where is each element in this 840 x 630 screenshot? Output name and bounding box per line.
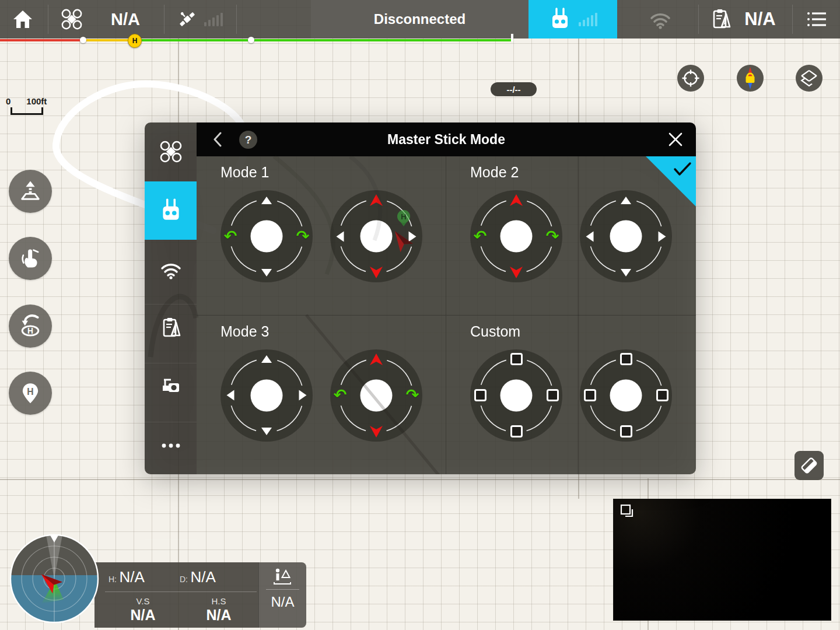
- sidebar-tab-remote-controller[interactable]: [145, 181, 197, 240]
- return-home-button[interactable]: H: [9, 304, 52, 348]
- throttle-arrow: [510, 267, 523, 278]
- gesture-icon: [18, 246, 43, 271]
- pitch-arrow: [261, 197, 272, 204]
- eraser-button[interactable]: [794, 451, 824, 480]
- wifi-icon: [648, 9, 673, 30]
- rc-icon: [548, 6, 572, 32]
- image-transmission-button[interactable]: [644, 0, 677, 38]
- custom-slot: [584, 389, 596, 401]
- eraser-icon: [799, 456, 819, 475]
- switch-view-icon[interactable]: [620, 504, 635, 519]
- yaw-right-arrow: ↷: [546, 229, 559, 244]
- home-icon: [12, 9, 33, 29]
- right-stick: [580, 190, 672, 282]
- sidebar-tab-gimbal[interactable]: [145, 358, 197, 416]
- flight-timer: --/--: [491, 82, 537, 96]
- throttle-arrow: [370, 194, 383, 206]
- strip-end-tick: [511, 34, 513, 41]
- custom-slot: [474, 389, 487, 401]
- custom-slot: [510, 425, 523, 438]
- stick-knob: [360, 220, 393, 253]
- throttle-arrow: [510, 194, 523, 206]
- aircraft-status-button[interactable]: [57, 0, 86, 38]
- home-button[interactable]: [6, 0, 40, 38]
- layers-button[interactable]: [796, 65, 822, 92]
- compass-lock-button[interactable]: [737, 65, 764, 92]
- battery-info-button[interactable]: [707, 0, 735, 38]
- left-stick: ↷↶: [470, 190, 562, 282]
- takeoff-button[interactable]: [9, 170, 52, 213]
- sidebar-tab-aircraft[interactable]: [145, 123, 197, 181]
- mode-option-mode-1[interactable]: Mode 1↷↶: [197, 156, 446, 316]
- mode-option-custom[interactable]: Custom: [446, 316, 696, 475]
- yaw-left-arrow: ↶: [224, 229, 237, 244]
- master-stick-mode-dialog: ? Master Stick Mode Mode 1↷↶Mode 2 ↷↶Mod…: [145, 123, 696, 474]
- throttle-arrow: [370, 426, 383, 438]
- map-road-horizontal: [0, 479, 840, 480]
- check-icon: [673, 162, 692, 177]
- stick-knob: [501, 379, 533, 411]
- flight-status-strip: H --/--: [0, 39, 840, 41]
- pitch-arrow: [261, 428, 272, 435]
- scale-end: 100ft: [26, 96, 47, 106]
- map-scale: 0100ft: [6, 96, 47, 115]
- gps-button[interactable]: [173, 0, 202, 38]
- sidebar-tab-battery[interactable]: [145, 299, 197, 357]
- close-button[interactable]: [668, 132, 683, 147]
- sidebar-tab-image-transmission[interactable]: [145, 240, 197, 299]
- left-stick: [220, 349, 313, 442]
- sidebar-tab-more[interactable]: [145, 416, 197, 475]
- yaw-right-arrow: ↷: [296, 229, 310, 244]
- battery-clipboard-icon: [159, 316, 183, 340]
- vertical-speed: V.SN/A: [111, 596, 175, 624]
- stick-knob: [610, 220, 642, 253]
- pitch-arrow: [227, 390, 235, 401]
- return-home-icon: H: [17, 313, 44, 340]
- stick-knob: [251, 379, 283, 411]
- rc-distance-value: N/A: [259, 594, 306, 610]
- yaw-left-arrow: ↶: [474, 229, 487, 244]
- rc-distance-cell: N/A: [258, 562, 306, 628]
- pitch-arrow: [299, 390, 307, 401]
- gesture-button[interactable]: [9, 237, 52, 280]
- rc-signal-bars: [579, 13, 597, 26]
- mode-option-mode-2[interactable]: Mode 2 ↷↶: [446, 156, 696, 316]
- stick-knob: [501, 220, 533, 253]
- battery-clipboard-icon: [709, 7, 733, 32]
- pitch-arrow: [621, 269, 631, 276]
- scale-start: 0: [6, 96, 10, 106]
- drone-distance: D: N/A: [180, 568, 216, 586]
- throttle-arrow: [370, 267, 383, 278]
- pitch-arrow: [337, 231, 344, 242]
- camera-preview[interactable]: [613, 499, 831, 621]
- connection-status: Disconnected: [311, 0, 528, 38]
- yaw-right-arrow: ↷: [406, 387, 419, 403]
- more-dots-icon: [159, 442, 183, 449]
- battery-status: N/A: [734, 0, 786, 38]
- stick-knob: [610, 379, 642, 411]
- yaw-left-arrow: ↶: [334, 387, 347, 403]
- mode-label: Mode 2: [470, 164, 519, 181]
- right-stick: [330, 190, 422, 282]
- strip-marker-dot: [80, 37, 86, 43]
- list-icon: [807, 11, 827, 27]
- rc-signal-button[interactable]: [528, 0, 617, 38]
- layers-icon: [799, 68, 820, 88]
- locate-icon: [681, 69, 700, 88]
- mode-option-mode-3[interactable]: Mode 3↷↶: [197, 316, 446, 475]
- stick-knob: [360, 379, 393, 411]
- locate-button[interactable]: [677, 65, 704, 92]
- gimbal-icon: [159, 375, 183, 398]
- home-point-button[interactable]: H: [9, 372, 52, 415]
- throttle-arrow: [370, 354, 383, 365]
- scale-bracket: [10, 107, 43, 115]
- custom-slot: [547, 389, 559, 401]
- home-point-icon: H: [18, 381, 43, 405]
- mode-label: Custom: [470, 323, 520, 340]
- svg-text:H: H: [27, 387, 33, 397]
- gps-signal-bars: [201, 0, 226, 38]
- top-status-bar: N/A Disconnected: [0, 0, 840, 38]
- menu-button[interactable]: [800, 0, 833, 38]
- stick-mode-grid: Mode 1↷↶Mode 2 ↷↶Mode 3↷↶Custom: [197, 156, 696, 474]
- attitude-radar: [9, 534, 99, 624]
